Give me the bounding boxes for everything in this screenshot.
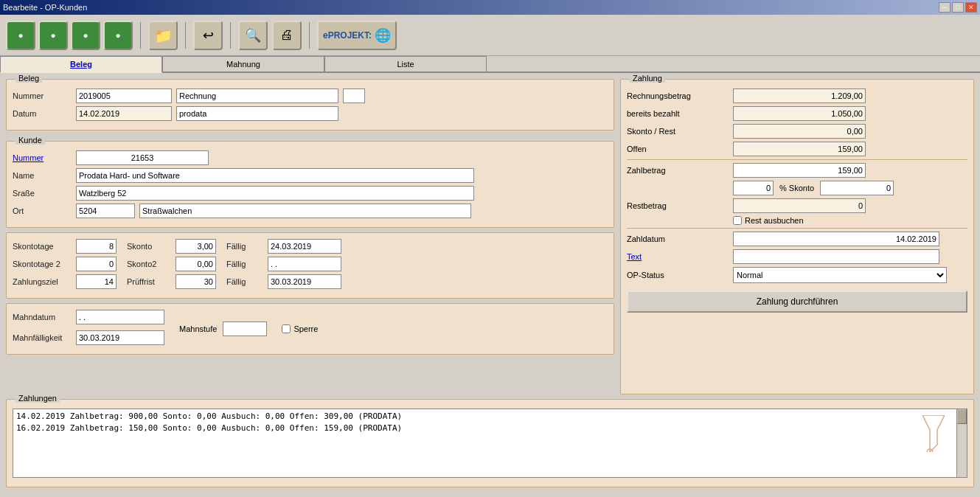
kunde-title: Kunde (15, 136, 45, 145)
left-panel: Beleg Nummer Datum Kunde Nummer (6, 79, 614, 395)
rest-ausbuchen-checkbox[interactable] (733, 216, 742, 225)
opstatus-label: OP-Status (627, 271, 730, 279)
zahlungsziel-label: Zahlungsziel (13, 277, 72, 286)
kunde-section: Kunde Nummer Name Sraße Ort (6, 141, 614, 228)
tab-liste[interactable]: Liste (324, 56, 487, 72)
sperre-label: Sperre (293, 324, 318, 333)
print-icon[interactable]: 🖨 (272, 21, 302, 50)
zahlungen-list[interactable]: 14.02.2019 Zahlbetrag: 900,00 Sonto: 0,0… (13, 409, 967, 478)
kd-name-input[interactable] (76, 168, 474, 183)
tab-beleg-link[interactable]: Beleg (70, 60, 92, 69)
skontotage-label: Skontotage (13, 242, 72, 251)
skonto-pct-label: % Skonto (779, 184, 814, 192)
sperre-checkbox[interactable] (282, 324, 291, 333)
kd-strasse-label: Sraße (13, 189, 72, 198)
text-input[interactable] (733, 249, 939, 264)
mahndatum-input[interactable] (76, 310, 164, 324)
mahndatum-row: Mahndatum (13, 310, 164, 324)
tab-mahnung-label: Mahnung (226, 60, 260, 69)
zahldatum-row: Zahldatum (627, 232, 967, 246)
scroll-thumb[interactable] (957, 409, 967, 424)
fällig2-input[interactable] (268, 257, 341, 271)
filter-icon (922, 415, 945, 452)
beleg-section: Beleg Nummer Datum (6, 79, 614, 131)
toolbar-icon-1[interactable]: ● (6, 21, 35, 50)
firma-input[interactable] (176, 106, 338, 121)
skonto-pct-row: % Skonto (627, 181, 967, 195)
text-link[interactable]: Text (627, 252, 730, 261)
offen-input[interactable] (733, 142, 866, 156)
toolbar-icon-4[interactable]: ● (103, 21, 133, 50)
skonto-amount-input[interactable] (820, 181, 894, 195)
restbetrag-input[interactable] (733, 198, 866, 213)
typ-input[interactable] (176, 88, 338, 103)
skontotage2-input[interactable] (76, 257, 117, 271)
maximize-button[interactable]: □ (952, 2, 964, 13)
opstatus-select[interactable]: Normal Gesperrt Erledigt (733, 267, 947, 283)
kd-nummer-link[interactable]: Nummer (13, 153, 72, 162)
mahnstufe-group: Mahnstufe (179, 322, 267, 336)
typ-extra-input[interactable] (343, 88, 365, 103)
skonto-pct-input[interactable] (733, 181, 774, 195)
tab-beleg[interactable]: Beleg (0, 56, 162, 73)
zahlungen-area: Zahlungen 14.02.2019 Zahlbetrag: 900,00 … (6, 399, 974, 487)
kd-nummer-input[interactable] (76, 150, 209, 165)
sperre-row: Sperre (282, 324, 318, 333)
skonto-section: Skontotage Skonto Fällig Skontotage 2 Sk… (6, 232, 614, 299)
skonto2-input[interactable] (176, 257, 216, 271)
rechnungsbetrag-input[interactable] (733, 88, 866, 103)
scrollbar-v[interactable] (956, 409, 967, 477)
nummer-input[interactable] (76, 88, 172, 103)
zahlung-entry-2: 16.02.2019 Zahlbetrag: 150,00 Sonto: 0,0… (16, 423, 964, 434)
mahnstufe-input[interactable] (223, 322, 267, 336)
zahlbetrag-row: Zahlbetrag (627, 163, 967, 178)
toolbar-icon-3[interactable]: ● (71, 21, 100, 50)
toolbar-sep-3 (230, 22, 231, 49)
titlebar: Bearbeite - OP-Kunden ─ □ ✕ (0, 0, 980, 15)
eprojekt-button[interactable]: ePROJEKT: 🌐 (317, 21, 397, 50)
search-icon[interactable]: 🔍 (238, 21, 268, 50)
kd-ort-input[interactable] (139, 204, 471, 218)
skonto-input[interactable] (176, 239, 216, 254)
zahlbetrag-input[interactable] (733, 163, 866, 178)
prüffrist-input[interactable] (176, 274, 216, 289)
undo-icon[interactable]: ↩ (193, 21, 223, 50)
toolbar-icon-2[interactable]: ● (38, 21, 68, 50)
file-icon[interactable]: 📁 (148, 21, 178, 50)
zahlbetrag-label: Zahlbetrag (627, 166, 730, 175)
offen-label: Offen (627, 145, 730, 153)
mahnfälligkeit-input[interactable] (76, 330, 164, 345)
zahlungsziel-input[interactable] (76, 274, 117, 289)
close-button[interactable]: ✕ (965, 2, 977, 13)
toolbar-group-left: ● ● ● ● (6, 21, 133, 50)
tab-mahnung[interactable]: Mahnung (162, 56, 324, 72)
zahldatum-input[interactable] (733, 232, 939, 246)
mahnfälligkeit-row: Mahnfälligkeit (13, 330, 164, 345)
bereits-bezahlt-input[interactable] (733, 106, 866, 121)
skontotage-input[interactable] (76, 239, 117, 254)
divider-2 (627, 228, 967, 229)
restbetrag-label: Restbetrag (627, 201, 730, 210)
text-row: Text (627, 249, 967, 264)
fällig3-input[interactable] (268, 274, 341, 289)
fällig1-input[interactable] (268, 239, 341, 254)
restbetrag-row: Restbetrag (627, 198, 967, 213)
bereits-bezahlt-label: bereits bezahlt (627, 109, 730, 118)
datum-row: Datum (13, 106, 608, 121)
opstatus-row: OP-Status Normal Gesperrt Erledigt (627, 267, 967, 283)
skonto-rest-input[interactable] (733, 124, 866, 139)
minimize-button[interactable]: ─ (939, 2, 951, 13)
mahndatum-label: Mahndatum (13, 313, 72, 322)
kd-plz-input[interactable] (76, 204, 135, 218)
zahlung-button[interactable]: Zahlung durchführen (627, 291, 967, 313)
nummer-label: Nummer (13, 91, 72, 100)
kd-strasse-input[interactable] (76, 186, 474, 201)
eprojekt-label: ePROJEKT: (323, 30, 372, 41)
datum-input[interactable] (76, 106, 172, 121)
skonto-rest-row: Skonto / Rest (627, 124, 967, 139)
offen-row: Offen (627, 142, 967, 156)
kd-ort-row: Ort (13, 204, 608, 218)
eprojekt-icon: 🌐 (375, 27, 391, 44)
kd-name-row: Name (13, 168, 608, 183)
mahnung-row: Mahndatum Mahnfälligkeit Mahnstufe (13, 310, 608, 348)
